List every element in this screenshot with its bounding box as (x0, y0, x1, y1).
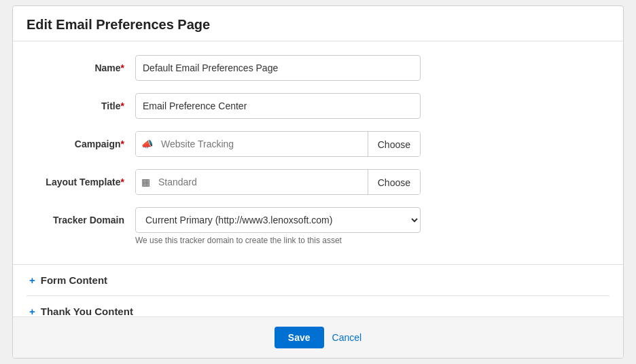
layout-template-label: Layout Template* (26, 177, 135, 187)
campaign-input-group: Choose (135, 131, 421, 157)
layout-icon (136, 170, 156, 194)
campaign-label: Campaign* (26, 139, 135, 149)
title-row: Title* (26, 93, 610, 119)
layout-template-input[interactable] (156, 170, 368, 194)
form-content-header: + Form Content (26, 274, 610, 286)
form-content-section[interactable]: + Form Content (26, 265, 610, 296)
layout-template-choose-button[interactable]: Choose (368, 170, 420, 195)
name-label: Name* (26, 62, 135, 73)
layout-template-input-group: Choose (135, 169, 421, 195)
modal-title: Edit Email Preferences Page (26, 17, 610, 33)
thank-you-content-plus-icon: + (29, 306, 35, 316)
form-content-plus-icon: + (29, 274, 35, 286)
modal-footer: Save Cancel (13, 316, 623, 358)
tracker-domain-row: Tracker Domain Current Primary (http://w… (26, 207, 610, 252)
campaign-choose-button[interactable]: Choose (368, 132, 420, 157)
title-input[interactable] (135, 93, 421, 119)
modal-body: Name* Title* Campaign* Choose La (13, 41, 623, 316)
layout-template-row: Layout Template* Choose (26, 169, 610, 195)
edit-email-preferences-modal: Edit Email Preferences Page Name* Title*… (12, 5, 624, 359)
modal-header: Edit Email Preferences Page (13, 6, 623, 41)
name-input[interactable] (135, 55, 421, 81)
tracker-domain-label: Tracker Domain (26, 215, 135, 225)
title-label: Title* (26, 101, 135, 111)
thank-you-content-header: + Thank You Content (26, 306, 610, 316)
campaign-icon (136, 132, 158, 156)
form-content-label: Form Content (41, 274, 107, 286)
save-button[interactable]: Save (275, 327, 324, 348)
cancel-button[interactable]: Cancel (332, 332, 362, 343)
campaign-row: Campaign* Choose (26, 131, 610, 157)
tracker-domain-hint: We use this tracker domain to create the… (135, 236, 342, 252)
name-row: Name* (26, 55, 610, 81)
thank-you-content-section[interactable]: + Thank You Content (26, 296, 610, 316)
campaign-input[interactable] (158, 132, 368, 156)
tracker-domain-select[interactable]: Current Primary (http://www3.lenoxsoft.c… (135, 207, 421, 233)
thank-you-content-label: Thank You Content (41, 306, 133, 316)
